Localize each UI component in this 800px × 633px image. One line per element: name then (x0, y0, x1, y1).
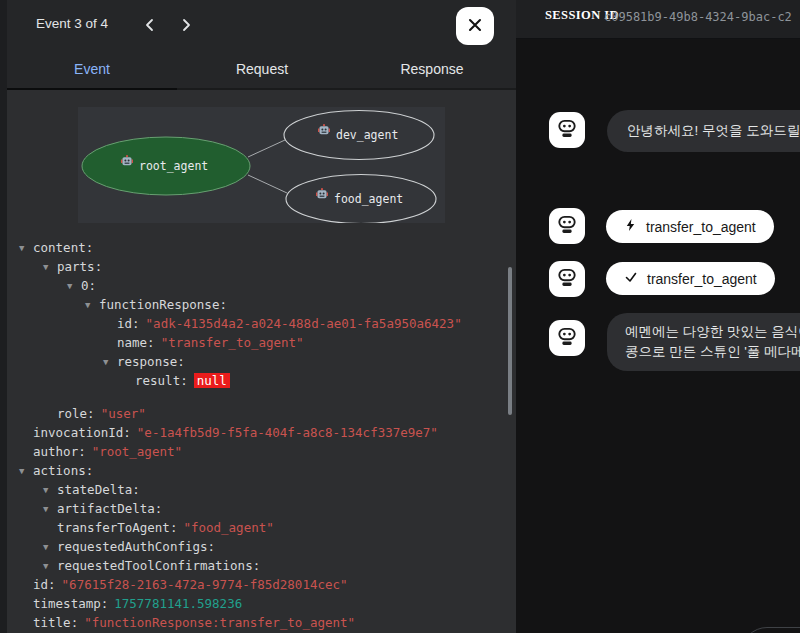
chat-panel: SESSION ID c09581b9-49b8-4324-9bac-c2 안녕… (516, 0, 800, 633)
app-screen: Event 3 of 4 Event Request Response (0, 0, 800, 633)
message-text: 안녕하세요! 무엇을 도와드릴까요? (627, 121, 800, 141)
tree-row: transferToAgent:"food_agent" (7, 518, 517, 537)
tree-row: ▼functionResponse: (7, 295, 517, 314)
robot-icon (556, 266, 578, 292)
json-key: requestedAuthConfigs: (57, 539, 215, 554)
expand-arrow-icon[interactable]: ▼ (85, 296, 99, 315)
session-id-value: c09581b9-49b8-4324-9bac-c2 (604, 10, 792, 24)
expand-arrow-icon[interactable]: ▼ (43, 481, 57, 500)
event-details-dialog: Event 3 of 4 Event Request Response (7, 0, 517, 633)
json-key: content: (33, 240, 93, 255)
json-value: "root_agent" (92, 444, 182, 459)
bot-message-bubble: 예멘에는 다양한 맛있는 음식이 있 콩으로 만든 스튜인 '풀 메다메스' 등 (607, 313, 800, 371)
json-key: id: (117, 316, 140, 331)
json-key: title: (33, 615, 78, 630)
dialog-header: Event 3 of 4 (7, 0, 517, 50)
bolt-icon (624, 218, 637, 235)
tab-event[interactable]: Event (7, 50, 177, 88)
chip-label: transfer_to_agent (646, 219, 756, 235)
robot-icon (556, 213, 578, 239)
json-key: 0: (81, 278, 96, 293)
agent-graph: root_agent dev_agent (78, 107, 445, 223)
json-value: "functionResponse:transfer_to_agent" (84, 615, 355, 630)
json-key: artifactDelta: (57, 501, 162, 516)
json-key: id: (33, 577, 56, 592)
robot-icon (556, 117, 578, 143)
tree-row: ▼parts: (7, 257, 517, 276)
expand-arrow-icon[interactable]: ▼ (67, 277, 81, 296)
tree-row: title:"functionResponse:transfer_to_agen… (7, 613, 517, 632)
event-counter-title: Event 3 of 4 (36, 16, 108, 31)
tree-row: result:null (7, 371, 517, 390)
tree-row: invocationId:"e-1a4fb5d9-f5fa-404f-a8c8-… (7, 423, 517, 442)
close-dialog-button[interactable] (456, 7, 494, 45)
expand-arrow-icon[interactable]: ▼ (19, 462, 33, 481)
tree-row: ▼requestedAuthConfigs: (7, 537, 517, 556)
check-icon (624, 270, 638, 287)
backdrop-sliver (0, 0, 7, 633)
tree-row: author:"root_agent" (7, 442, 517, 461)
active-tab-indicator (7, 88, 177, 90)
edge-root-dev (248, 140, 285, 157)
json-key: response: (117, 354, 185, 369)
chat-input-box[interactable] (741, 627, 800, 633)
tab-response[interactable]: Response (347, 50, 517, 88)
function-response-chip[interactable]: transfer_to_agent (606, 262, 775, 295)
json-value: 1757781141.598236 (114, 596, 242, 611)
bot-avatar (549, 112, 585, 148)
json-key: invocationId: (33, 425, 131, 440)
next-event-button[interactable] (174, 14, 198, 38)
tree-row: id:"67615f28-2163-472a-9774-f85d28014cec… (7, 575, 517, 594)
function-call-chip[interactable]: transfer_to_agent (606, 210, 774, 243)
close-icon (467, 17, 483, 36)
json-value: "user" (101, 406, 146, 421)
tree-row: ▼stateDelta: (7, 480, 517, 499)
node-label: food_agent (334, 192, 403, 206)
bot-message-bubble: 안녕하세요! 무엇을 도와드릴까요? (607, 110, 800, 152)
json-value-null: null (194, 373, 230, 388)
tree-row: ▼0: (7, 276, 517, 295)
session-bar: SESSION ID c09581b9-49b8-4324-9bac-c2 (516, 0, 800, 39)
tree-row: ▼requestedToolConfirmations: (7, 556, 517, 575)
graph-node-root-agent[interactable]: root_agent (82, 137, 250, 195)
robot-icon (556, 325, 578, 351)
tree-row: ▼actions: (7, 461, 517, 480)
dialog-scrollbar-thumb[interactable] (508, 267, 512, 415)
tree-row: id:"adk-4135d4a2-a024-488d-ae01-fa5a950a… (7, 314, 517, 333)
bot-avatar (549, 208, 585, 244)
graph-node-food-agent[interactable]: food_agent (286, 175, 436, 224)
chevron-left-icon (144, 18, 155, 35)
expand-arrow-icon[interactable]: ▼ (19, 239, 33, 258)
expand-arrow-icon[interactable]: ▼ (103, 353, 117, 372)
expand-arrow-icon[interactable]: ▼ (43, 557, 57, 576)
expand-arrow-icon[interactable]: ▼ (43, 258, 57, 277)
json-value: "food_agent" (183, 520, 273, 535)
json-key: parts: (57, 259, 102, 274)
json-key: transferToAgent: (57, 520, 177, 535)
expand-arrow-icon[interactable]: ▼ (43, 500, 57, 519)
previous-event-button[interactable] (137, 14, 161, 38)
event-json-tree: ▼content: ▼parts: ▼0: ▼functionResponse:… (7, 238, 517, 632)
expand-arrow-icon[interactable]: ▼ (43, 538, 57, 557)
tree-row: ▼artifactDelta: (7, 499, 517, 518)
json-key: requestedToolConfirmations: (57, 558, 260, 573)
tab-request[interactable]: Request (177, 50, 347, 88)
tree-row: ▼content: (7, 238, 517, 257)
json-key: name: (117, 335, 155, 350)
bot-avatar (549, 261, 585, 297)
json-key: actions: (33, 463, 93, 478)
json-key: functionResponse: (99, 297, 227, 312)
tree-row: ▼response: (7, 352, 517, 371)
graph-node-dev-agent[interactable]: dev_agent (284, 111, 434, 160)
chip-label: transfer_to_agent (647, 271, 757, 287)
message-text-line: 예멘에는 다양한 맛있는 음식이 있 (625, 322, 800, 342)
node-label: root_agent (139, 159, 208, 173)
dialog-tab-bar: Event Request Response (7, 50, 517, 90)
robot-icon (318, 124, 330, 134)
bot-avatar (549, 320, 585, 356)
tree-row: name:"transfer_to_agent" (7, 333, 517, 352)
json-value: "transfer_to_agent" (161, 335, 304, 350)
json-value: "67615f28-2163-472a-9774-f85d28014cec" (62, 577, 348, 592)
json-key: stateDelta: (57, 482, 140, 497)
json-key: author: (33, 444, 86, 459)
